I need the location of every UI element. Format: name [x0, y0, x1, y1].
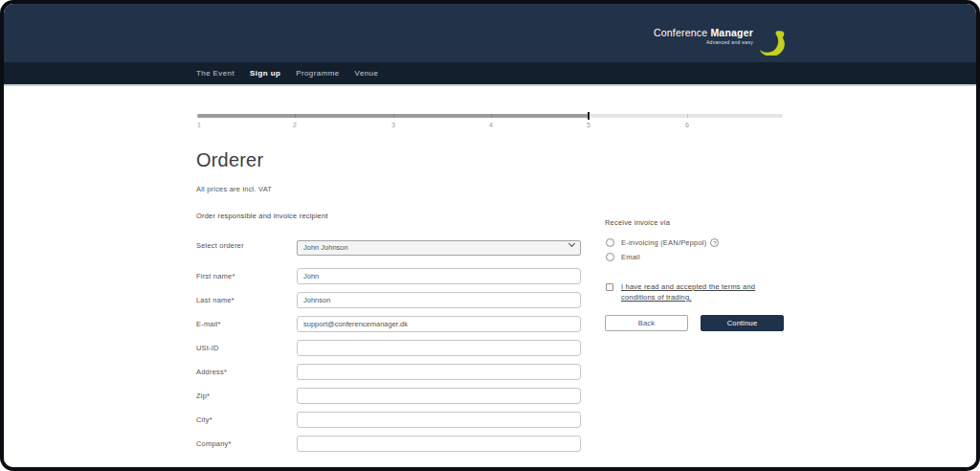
address-input[interactable] — [297, 364, 581, 380]
form-row: Address* — [196, 364, 585, 380]
terms-row: I have read and accepted the terms and c… — [605, 282, 791, 303]
e-invoicing-label: E-invoicing (EAN/Peppol) — [621, 238, 706, 247]
main-nav: The Event Sign up Programme Venue — [4, 62, 976, 86]
help-icon[interactable]: ? — [710, 238, 719, 247]
page-title: Orderer — [196, 149, 263, 171]
logo-tagline: Advanced and easy — [654, 40, 753, 45]
form-row: Company* — [196, 436, 585, 452]
nav-item-programme[interactable]: Programme — [296, 69, 339, 78]
section-heading: Order responsible and invoice recipient — [196, 212, 328, 220]
company-input[interactable] — [297, 436, 581, 452]
vat-note: All prices are incl. VAT — [196, 185, 272, 193]
logo-name: Conference Manager — [654, 28, 753, 38]
progress-step-number: 3 — [391, 122, 395, 128]
progress-step-number: 4 — [489, 122, 493, 128]
nav-item-the-event[interactable]: The Event — [196, 69, 234, 78]
progress-bar: 1 2 3 4 5 6 — [197, 114, 783, 118]
field-label-zip: Zip* — [196, 392, 297, 400]
field-label-ust-id: USt-ID — [196, 344, 297, 352]
invoice-heading: Receive invoice via — [605, 218, 791, 227]
form-row: Zip* — [196, 388, 585, 404]
progress-tick — [295, 114, 296, 118]
back-button[interactable]: Back — [605, 315, 688, 331]
ust-id-input[interactable] — [297, 340, 581, 356]
last-name-input[interactable] — [297, 292, 581, 308]
email-option-label: Email — [621, 253, 640, 261]
progress-tick — [393, 114, 394, 118]
progress-step-number: 6 — [685, 122, 689, 128]
e-invoicing-radio[interactable] — [606, 238, 614, 247]
field-label-email: E-mail* — [196, 320, 297, 328]
continue-button[interactable]: Continue — [701, 315, 784, 331]
progress-tick — [491, 114, 492, 118]
email-radio[interactable] — [606, 253, 614, 261]
select-orderer-dropdown[interactable]: John Johnson — [297, 240, 581, 256]
field-label-first-name: First name* — [196, 272, 297, 280]
banana-icon — [758, 30, 787, 56]
select-orderer-wrap: John Johnson — [297, 236, 581, 256]
logo-name-light: Conference — [654, 27, 707, 38]
logo: Conference Manager Advanced and easy — [654, 28, 787, 56]
progress-step-number: 1 — [197, 122, 201, 128]
header: Conference Manager Advanced and easy — [4, 4, 976, 62]
nav-item-venue[interactable]: Venue — [355, 69, 379, 78]
logo-text: Conference Manager Advanced and easy — [654, 28, 753, 45]
progress-step-number: 5 — [587, 122, 590, 128]
button-row: Back Continue — [605, 315, 791, 331]
field-label-last-name: Last name* — [196, 296, 297, 304]
city-input[interactable] — [297, 412, 581, 428]
form-row: Last name* — [196, 292, 585, 308]
email-input[interactable] — [297, 316, 581, 332]
form-row: USt-ID — [196, 340, 585, 356]
nav-item-sign-up[interactable]: Sign up — [250, 69, 280, 78]
form-row: Select orderer John Johnson — [196, 236, 585, 256]
field-label-company: Company* — [196, 439, 297, 448]
field-label-city: City* — [196, 415, 297, 424]
first-name-input[interactable] — [297, 268, 581, 284]
progress-current-step-marker — [588, 112, 590, 120]
page: Conference Manager Advanced and easy The… — [4, 4, 976, 467]
content: 1 2 3 4 5 6 Orderer All prices are incl.… — [4, 86, 976, 467]
field-label-select-orderer: Select orderer — [196, 241, 297, 250]
radio-row-email: Email — [605, 253, 791, 261]
browser-window: Conference Manager Advanced and easy The… — [0, 0, 980, 471]
zip-input[interactable] — [297, 388, 581, 404]
terms-and-conditions-link[interactable]: I have read and accepted the terms and c… — [621, 282, 791, 303]
form-row: City* — [196, 412, 585, 428]
radio-row-e-invoicing: E-invoicing (EAN/Peppol) ? — [605, 238, 791, 247]
logo-name-bold: Manager — [710, 27, 753, 38]
form-row: E-mail* — [196, 316, 585, 332]
invoice-panel: Receive invoice via E-invoicing (EAN/Pep… — [605, 218, 791, 331]
progress-tick — [687, 114, 688, 118]
field-label-address: Address* — [196, 368, 297, 376]
order-form: Select orderer John Johnson First name* … — [196, 236, 585, 460]
progress-step-number: 2 — [293, 122, 297, 128]
terms-checkbox[interactable] — [606, 283, 613, 291]
invoice-options: E-invoicing (EAN/Peppol) ? Email — [605, 238, 791, 261]
form-row: First name* — [196, 268, 585, 284]
